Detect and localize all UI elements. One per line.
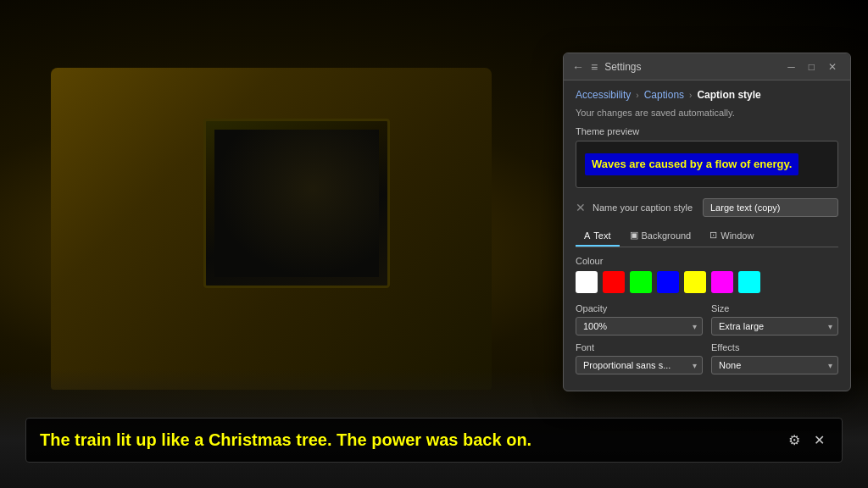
effects-group: Effects None Raised Depressed Uniform Dr… <box>711 342 838 374</box>
breadcrumb: Accessibility › Captions › Caption style <box>576 89 838 101</box>
tab-text[interactable]: A Text <box>576 225 620 247</box>
caption-text: The train lit up like a Christmas tree. … <box>40 430 785 450</box>
name-icon: ✕ <box>576 201 586 214</box>
close-button[interactable]: ✕ <box>823 59 842 75</box>
breadcrumb-sep-1: › <box>636 91 638 100</box>
autosave-note: Your changes are saved automatically. <box>576 108 838 118</box>
tab-background-label: Background <box>642 230 692 241</box>
opacity-size-row: Opacity 100% 75% 50% 25% Size Small Medi… <box>576 303 838 336</box>
breadcrumb-sep-2: › <box>689 91 692 100</box>
caption-controls: ⚙ ✕ <box>785 430 828 450</box>
effects-select-wrapper: None Raised Depressed Uniform Drop shado… <box>711 356 838 374</box>
name-label: Name your caption style <box>593 202 696 213</box>
theme-preview-label: Theme preview <box>576 126 838 136</box>
font-select-wrapper: Proportional sans s... Monospace sans se… <box>576 356 703 374</box>
font-group: Font Proportional sans s... Monospace sa… <box>576 342 703 374</box>
size-group: Size Small Medium Large Extra large <box>711 303 838 336</box>
train-window-interior <box>214 130 379 277</box>
menu-icon: ≡ <box>591 60 598 74</box>
font-effects-row: Font Proportional sans s... Monospace sa… <box>576 342 838 374</box>
breadcrumb-captions[interactable]: Captions <box>644 89 684 101</box>
swatch-magenta[interactable] <box>711 271 733 293</box>
swatch-yellow[interactable] <box>684 271 706 293</box>
titlebar-left: ← ≡ Settings <box>572 60 642 74</box>
opacity-select[interactable]: 100% 75% 50% 25% <box>576 317 703 336</box>
caption-bar: The train lit up like a Christmas tree. … <box>25 418 843 463</box>
effects-select[interactable]: None Raised Depressed Uniform Drop shado… <box>711 356 838 374</box>
breadcrumb-current: Caption style <box>697 89 760 101</box>
size-label: Size <box>711 303 838 313</box>
back-button[interactable]: ← <box>572 60 584 74</box>
tab-window-label: Window <box>721 230 754 241</box>
maximize-button[interactable]: □ <box>804 59 820 75</box>
window-tab-icon: ⊡ <box>709 230 717 241</box>
tab-background[interactable]: ▣ Background <box>621 225 700 247</box>
swatch-blue[interactable] <box>657 271 679 293</box>
caption-close-button[interactable]: ✕ <box>810 430 828 450</box>
opacity-label: Opacity <box>576 303 703 313</box>
panel-titlebar: ← ≡ Settings ─ □ ✕ <box>564 53 850 80</box>
font-select[interactable]: Proportional sans s... Monospace sans se… <box>576 356 703 374</box>
size-select-wrapper: Small Medium Large Extra large <box>711 317 838 336</box>
tab-window[interactable]: ⊡ Window <box>701 225 762 247</box>
text-tab-icon: A <box>584 230 590 241</box>
swatch-white[interactable] <box>576 271 598 293</box>
opacity-select-wrapper: 100% 75% 50% 25% <box>576 317 703 336</box>
preview-caption-text: Waves are caused by a flow of energy. <box>585 153 798 176</box>
titlebar-title: Settings <box>604 61 641 73</box>
caption-style-name-input[interactable] <box>703 198 838 217</box>
settings-panel: ← ≡ Settings ─ □ ✕ Accessibility › Capti… <box>563 53 851 391</box>
swatch-cyan[interactable] <box>738 271 760 293</box>
tab-text-label: Text <box>593 230 610 241</box>
background-tab-icon: ▣ <box>630 230 638 241</box>
colour-label: Colour <box>576 256 838 266</box>
caption-settings-button[interactable]: ⚙ <box>785 430 804 450</box>
breadcrumb-accessibility[interactable]: Accessibility <box>576 89 631 101</box>
size-select[interactable]: Small Medium Large Extra large <box>711 317 838 336</box>
train-body <box>51 68 492 390</box>
swatch-red[interactable] <box>603 271 625 293</box>
section-tabs: A Text ▣ Background ⊡ Window <box>576 225 838 247</box>
panel-content: Accessibility › Captions › Caption style… <box>564 80 850 391</box>
name-row: ✕ Name your caption style <box>576 198 838 217</box>
swatch-green[interactable] <box>630 271 652 293</box>
color-swatches <box>576 271 838 293</box>
theme-preview-box: Waves are caused by a flow of energy. <box>576 141 838 188</box>
opacity-group: Opacity 100% 75% 50% 25% <box>576 303 703 336</box>
titlebar-controls: ─ □ ✕ <box>782 59 842 75</box>
train-window <box>203 119 390 288</box>
minimize-button[interactable]: ─ <box>782 59 800 75</box>
effects-label: Effects <box>711 342 838 352</box>
font-label: Font <box>576 342 703 352</box>
